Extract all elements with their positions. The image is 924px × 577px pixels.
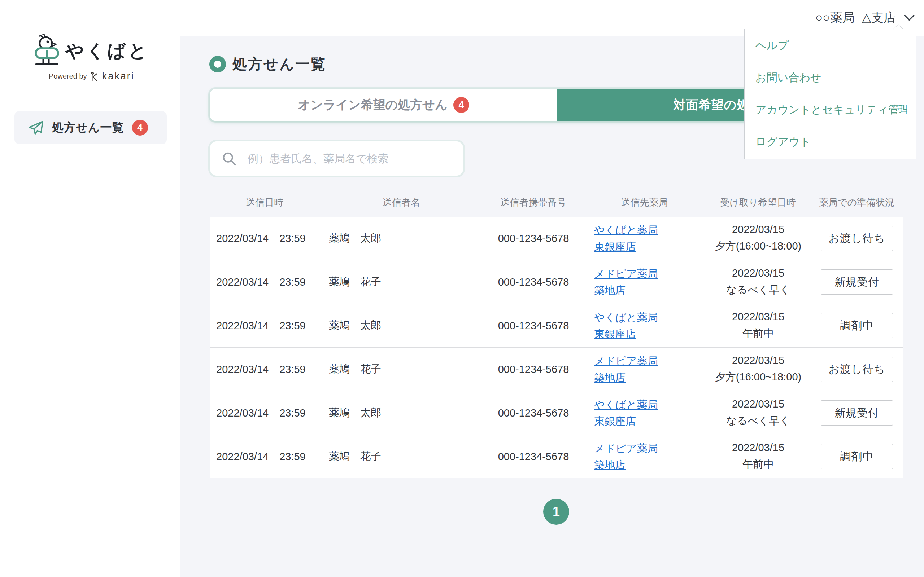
cell-pickup-datetime: 2022/03/15 午前中: [706, 435, 810, 478]
sender-name: 薬鳩 太郎: [329, 406, 381, 420]
sent-date: 2022/03/14: [216, 276, 268, 288]
column-header-preparation-status: 薬局での準備状況: [810, 196, 903, 209]
sent-time: 23:59: [279, 407, 306, 419]
table-row: 2022/03/14 23:59 薬鳩 太郎 000-1234-5678 やくば…: [210, 304, 903, 348]
cell-destination-pharmacy: やくばと薬局 東銀座店: [583, 304, 706, 347]
pharmacy-branch-link[interactable]: 築地店: [594, 458, 625, 472]
pharmacy-name-link[interactable]: メドピア薬局: [594, 442, 658, 455]
cell-sender-phone: 000-1234-5678: [484, 217, 583, 260]
pharmacy-branch-link[interactable]: 築地店: [594, 371, 625, 384]
pickup-slot: 夕方(16:00~18:00): [715, 370, 801, 384]
sent-date: 2022/03/14: [216, 407, 268, 419]
pagination-page-1[interactable]: 1: [543, 499, 569, 525]
tab-online-label: オンライン希望の処方せん: [298, 97, 447, 113]
pharmacy-name-link[interactable]: やくばと薬局: [594, 311, 658, 324]
cell-sender-name: 薬鳩 花子: [319, 435, 484, 478]
sidebar-item-prescription-list[interactable]: 処方せん一覧 4: [15, 111, 167, 144]
menu-item-help[interactable]: ヘルプ: [754, 29, 907, 61]
pickup-slot: 午前中: [743, 326, 774, 341]
yakubato-bird-logo-icon: [34, 34, 61, 69]
branch-name: △支店: [862, 10, 896, 26]
cell-destination-pharmacy: やくばと薬局 東銀座店: [583, 391, 706, 435]
powered-by: Powered by kakari: [49, 71, 135, 82]
cell-sender-phone: 000-1234-5678: [484, 260, 583, 304]
table-row: 2022/03/14 23:59 薬鳩 花子 000-1234-5678 メドピ…: [210, 348, 903, 391]
account-dropdown-menu: ヘルプ お問い合わせ アカウントとセキュリティ管理 ログアウト: [744, 29, 916, 159]
status-badge: 新規受付: [821, 400, 893, 425]
sent-date: 2022/03/14: [216, 364, 268, 376]
cell-sender-phone: 000-1234-5678: [484, 348, 583, 391]
account-menu-trigger[interactable]: ○○薬局 △支店: [815, 10, 914, 26]
cell-preparation-status: お渡し待ち: [810, 217, 903, 260]
pickup-date: 2022/03/15: [732, 311, 784, 323]
pickup-slot: なるべく早く: [726, 414, 790, 428]
page-header: 処方せん一覧: [209, 54, 326, 74]
kakari-logo-icon: [90, 71, 99, 82]
sent-date: 2022/03/14: [216, 320, 268, 332]
pharmacy-branch-link[interactable]: 東銀座店: [594, 327, 636, 341]
cell-preparation-status: 調剤中: [810, 304, 903, 347]
tab-online-prescriptions[interactable]: オンライン希望の処方せん 4: [210, 89, 557, 121]
cell-destination-pharmacy: メドピア薬局 築地店: [583, 348, 706, 391]
pharmacy-name-link[interactable]: やくばと薬局: [594, 398, 658, 411]
sender-name: 薬鳩 太郎: [329, 231, 381, 246]
table-row: 2022/03/14 23:59 薬鳩 太郎 000-1234-5678 やくば…: [210, 217, 903, 260]
cell-preparation-status: 調剤中: [810, 435, 903, 478]
menu-item-account-security[interactable]: アカウントとセキュリティ管理: [754, 93, 907, 126]
prescription-table: 送信日時 送信者名 送信者携帯番号 送信先薬局 受け取り希望日時 薬局での準備状…: [210, 188, 903, 478]
pharmacy-branch-link[interactable]: 東銀座店: [594, 414, 636, 428]
powered-by-label: Powered by: [49, 72, 87, 81]
sidebar-count-badge: 4: [132, 120, 148, 135]
pickup-slot: なるべく早く: [726, 283, 790, 297]
pickup-date: 2022/03/15: [732, 355, 784, 366]
cell-destination-pharmacy: メドピア薬局 築地店: [583, 260, 706, 304]
table-row: 2022/03/14 23:59 薬鳩 花子 000-1234-5678 メドピ…: [210, 260, 903, 304]
cell-preparation-status: お渡し待ち: [810, 348, 903, 391]
table-header-row: 送信日時 送信者名 送信者携帯番号 送信先薬局 受け取り希望日時 薬局での準備状…: [210, 188, 903, 217]
pharmacy-name: ○○薬局: [815, 10, 855, 26]
cell-pickup-datetime: 2022/03/15 夕方(16:00~18:00): [706, 348, 810, 391]
sent-time: 23:59: [279, 276, 306, 288]
sent-time: 23:59: [279, 233, 306, 245]
cell-pickup-datetime: 2022/03/15 夕方(16:00~18:00): [706, 217, 810, 260]
pickup-slot: 夕方(16:00~18:00): [715, 239, 801, 253]
menu-item-contact[interactable]: お問い合わせ: [754, 61, 907, 93]
pharmacy-name-link[interactable]: メドピア薬局: [594, 354, 658, 368]
cell-sender-phone: 000-1234-5678: [484, 391, 583, 435]
cell-sender-phone: 000-1234-5678: [484, 435, 583, 478]
pharmacy-name-link[interactable]: メドピア薬局: [594, 267, 658, 280]
pharmacy-branch-link[interactable]: 東銀座店: [594, 240, 636, 253]
cell-sent-datetime: 2022/03/14 23:59: [210, 217, 319, 260]
column-header-pickup-datetime: 受け取り希望日時: [706, 196, 810, 209]
pickup-slot: 午前中: [743, 457, 774, 472]
chevron-down-icon: [904, 15, 914, 21]
table-row: 2022/03/14 23:59 薬鳩 太郎 000-1234-5678 やくば…: [210, 391, 903, 435]
sender-name: 薬鳩 花子: [329, 362, 381, 377]
cell-sent-datetime: 2022/03/14 23:59: [210, 348, 319, 391]
sender-phone: 000-1234-5678: [498, 233, 569, 245]
cell-pickup-datetime: 2022/03/15 午前中: [706, 304, 810, 347]
pharmacy-branch-link[interactable]: 築地店: [594, 284, 625, 297]
pickup-date: 2022/03/15: [732, 398, 784, 410]
cell-destination-pharmacy: メドピア薬局 築地店: [583, 435, 706, 478]
status-badge: 新規受付: [821, 269, 893, 295]
app-root: やくばと Powered by kakari 処方せん一覧 4 ○○薬局 △支店: [0, 0, 924, 577]
cell-sent-datetime: 2022/03/14 23:59: [210, 260, 319, 304]
table-body: 2022/03/14 23:59 薬鳩 太郎 000-1234-5678 やくば…: [210, 217, 903, 478]
sender-phone: 000-1234-5678: [498, 276, 569, 288]
cell-pickup-datetime: 2022/03/15 なるべく早く: [706, 391, 810, 435]
sidebar: やくばと Powered by kakari 処方せん一覧 4: [0, 0, 180, 577]
cell-destination-pharmacy: やくばと薬局 東銀座店: [583, 217, 706, 260]
cell-sender-name: 薬鳩 太郎: [319, 391, 484, 435]
cell-preparation-status: 新規受付: [810, 391, 903, 435]
column-header-destination-pharmacy: 送信先薬局: [583, 196, 706, 209]
cell-sender-name: 薬鳩 太郎: [319, 304, 484, 347]
pickup-date: 2022/03/15: [732, 224, 784, 235]
search-input[interactable]: [210, 141, 463, 176]
sender-phone: 000-1234-5678: [498, 364, 569, 376]
cell-preparation-status: 新規受付: [810, 260, 903, 304]
menu-item-logout[interactable]: ログアウト: [754, 126, 907, 158]
cell-sender-phone: 000-1234-5678: [484, 304, 583, 347]
pharmacy-name-link[interactable]: やくばと薬局: [594, 223, 658, 237]
sender-name: 薬鳩 花子: [329, 449, 381, 464]
